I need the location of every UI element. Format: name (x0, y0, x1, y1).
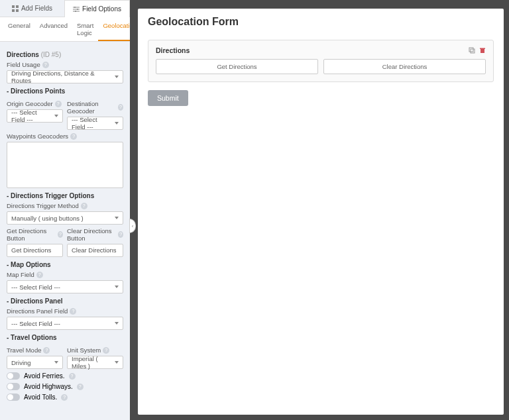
panel-field-label: Directions Panel Field? (7, 307, 123, 315)
help-icon[interactable]: ? (61, 394, 68, 401)
sidebar: Add Fields Field Options General Advance… (0, 0, 130, 420)
tab-advanced[interactable]: Advanced (35, 17, 72, 41)
grid-icon (12, 5, 19, 12)
primary-tabs: Add Fields Field Options (0, 0, 130, 17)
unit-system-label: Unit System? (67, 346, 123, 354)
help-icon[interactable]: ? (36, 272, 43, 278)
sub-tabs: General Advanced Smart Logic Geolocation (0, 17, 130, 42)
toggle-label: Avoid Highways. (24, 383, 73, 390)
section-points: Directions Points (7, 87, 123, 95)
svg-point-7 (74, 7, 76, 8)
get-btn-input[interactable]: Get Directions (7, 244, 63, 257)
toggle-row-ferries: Avoid Ferries. ? (7, 372, 123, 380)
toggle-ferries[interactable] (7, 372, 20, 380)
toggle-tolls[interactable] (7, 394, 20, 401)
help-icon[interactable]: ? (42, 62, 49, 68)
section-trigger: Directions Trigger Options (7, 192, 123, 199)
help-icon[interactable]: ? (43, 347, 50, 354)
trigger-method-select[interactable]: Manually ( using buttons ) (7, 211, 123, 225)
help-icon[interactable]: ? (69, 373, 76, 380)
field-label: Directions (156, 46, 190, 54)
svg-rect-10 (469, 48, 473, 52)
get-directions-button[interactable]: Get Directions (156, 59, 318, 74)
help-icon[interactable]: ? (58, 231, 63, 238)
main-canvas-area: ‹ Geolocation Form Directions Get Direct… (130, 0, 509, 420)
trigger-method-label: Directions Trigger Method? (7, 202, 123, 209)
form-title: Geolocation Form (148, 16, 494, 28)
tab-field-options[interactable]: Field Options (64, 0, 130, 17)
travel-mode-label: Travel Mode? (7, 346, 63, 354)
svg-point-8 (77, 9, 78, 10)
section-map: Map Options (7, 261, 123, 268)
toggle-row-highways: Avoid Highways. ? (7, 383, 123, 390)
waypoints-label: Waypoints Geocoders? (7, 132, 123, 140)
unit-system-select[interactable]: Imperial ( Miles ) (67, 356, 123, 369)
help-icon[interactable]: ? (70, 308, 76, 315)
form-canvas: Geolocation Form Directions Get Directio… (138, 9, 504, 415)
help-icon[interactable]: ? (77, 384, 84, 390)
help-icon[interactable]: ? (103, 347, 109, 354)
help-icon[interactable]: ? (118, 231, 123, 238)
help-icon[interactable]: ? (55, 101, 62, 107)
toggle-label: Avoid Tolls. (24, 394, 57, 401)
svg-rect-1 (16, 5, 19, 8)
tab-label: Field Options (82, 5, 121, 13)
toggle-row-tolls: Avoid Tolls. ? (7, 394, 123, 401)
submit-button[interactable]: Submit (148, 90, 188, 106)
destination-select[interactable]: --- Select Field --- (67, 117, 123, 130)
section-header: Directions (ID #5) (7, 51, 123, 58)
delete-icon[interactable] (479, 47, 486, 54)
get-btn-label: Get Directions Button? (7, 227, 63, 242)
collapse-sidebar-button[interactable]: ‹ (129, 219, 136, 233)
toggle-label: Avoid Ferries. (24, 372, 65, 380)
help-icon[interactable]: ? (81, 203, 87, 209)
tab-smart-logic[interactable]: Smart Logic (72, 17, 98, 41)
svg-rect-2 (12, 9, 15, 12)
tab-label: Add Fields (21, 5, 52, 12)
clear-directions-button[interactable]: Clear Directions (323, 59, 486, 74)
duplicate-icon[interactable] (468, 47, 475, 54)
waypoints-textarea[interactable] (7, 142, 123, 188)
travel-mode-select[interactable]: Driving (7, 356, 63, 369)
section-travel: Travel Options (7, 334, 123, 341)
toggle-highways[interactable] (7, 383, 20, 390)
field-usage-select[interactable]: Driving Directions, Distance & Routes (7, 70, 123, 83)
sidebar-content: Directions (ID #5) Field Usage? Driving … (0, 42, 130, 420)
svg-rect-3 (16, 9, 19, 12)
sliders-icon (73, 6, 80, 13)
directions-field-block[interactable]: Directions Get Directions Clear Directio… (148, 40, 494, 82)
svg-rect-13 (480, 48, 485, 50)
field-usage-label: Field Usage? (7, 61, 123, 68)
map-field-select[interactable]: --- Select Field --- (7, 280, 123, 293)
origin-select[interactable]: --- Select Field --- (7, 109, 63, 123)
svg-rect-0 (12, 5, 15, 8)
map-field-label: Map Field? (7, 271, 123, 278)
origin-label: Origin Geocoder? (7, 100, 63, 107)
svg-rect-12 (481, 49, 484, 53)
clear-btn-input[interactable]: Clear Directions (67, 244, 123, 257)
panel-field-select[interactable]: --- Select Field --- (7, 317, 123, 330)
tab-general[interactable]: General (3, 17, 35, 41)
help-icon[interactable]: ? (70, 133, 77, 140)
tab-add-fields[interactable]: Add Fields (0, 0, 64, 17)
svg-point-9 (75, 11, 76, 12)
destination-label: Destination Geocoder? (67, 100, 123, 115)
svg-rect-11 (471, 49, 475, 53)
clear-btn-label: Clear Directions Button? (67, 227, 123, 242)
section-panel: Directions Panel (7, 297, 123, 305)
help-icon[interactable]: ? (118, 104, 123, 111)
